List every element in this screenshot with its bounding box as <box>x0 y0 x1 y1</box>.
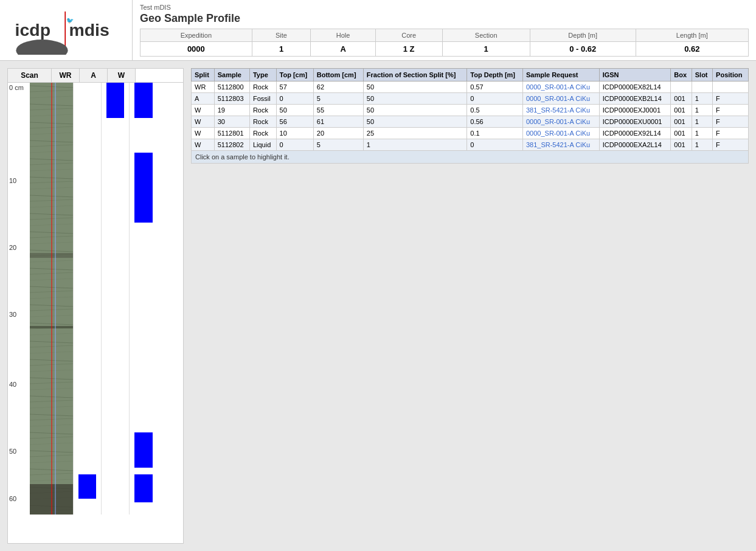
cell-samplereq[interactable]: 0000_SR-001-A CiKu <box>522 93 599 105</box>
cell-samplereq[interactable]: 0000_SR-001-A CiKu <box>522 128 599 139</box>
val-core: 1 Z <box>375 42 442 57</box>
cell-box <box>671 81 692 93</box>
cell-type: Rock <box>249 81 276 93</box>
core-image-column <box>30 83 74 515</box>
cell-sample: 19 <box>214 105 249 116</box>
wr-column <box>74 83 102 515</box>
col-header-core: Core <box>375 29 442 42</box>
depth-10: 10 <box>9 177 16 184</box>
th-type: Type <box>249 69 276 81</box>
val-hole: A <box>311 42 375 57</box>
cell-bottom: 20 <box>313 128 363 139</box>
cell-topdepth: 0.56 <box>467 116 523 128</box>
page-title: Geo Sample Profile <box>140 12 749 25</box>
cell-slot <box>692 81 712 93</box>
cell-sample: 5112800 <box>214 81 249 93</box>
core-body: 0 cm 10 20 30 40 50 60 <box>8 83 183 515</box>
cell-igsn: ICDP0000EXU0001 <box>599 116 671 128</box>
wr-bar <box>78 474 96 499</box>
cell-topdepth: 0.5 <box>467 105 523 116</box>
cell-slot: 1 <box>692 128 712 139</box>
hint-row: Click on a sample to highlight it. <box>192 151 749 164</box>
cell-bottom: 61 <box>313 116 363 128</box>
cell-sample: 5112803 <box>214 93 249 105</box>
cell-bottom: 5 <box>313 139 363 151</box>
cell-igsn: ICDP0000EX82L14 <box>599 81 671 93</box>
sample-table: Split Sample Type Top [cm] Bottom [cm] F… <box>191 68 749 164</box>
val-site: 1 <box>252 42 311 57</box>
cell-position: F <box>713 116 749 128</box>
cell-position: F <box>713 93 749 105</box>
th-top: Top [cm] <box>276 69 313 81</box>
w-bar-3 <box>134 432 153 468</box>
core-header: Scan WR A W <box>8 69 183 83</box>
cell-top: 50 <box>276 105 313 116</box>
table-row[interactable]: W19Rock5055500.5381_SR-5421-A CiKuICDP00… <box>192 105 749 116</box>
cell-position <box>713 81 749 93</box>
cell-samplereq[interactable]: 0000_SR-001-A CiKu <box>522 81 599 93</box>
cell-slot: 1 <box>692 116 712 128</box>
col-header-expedition: Expedition <box>140 29 252 42</box>
info-table: Expedition Site Hole Core Section Depth … <box>140 29 749 57</box>
cell-samplereq[interactable]: 381_SR-5421-A CiKu <box>522 105 599 116</box>
cell-top: 56 <box>276 116 313 128</box>
cell-sample: 5112802 <box>214 139 249 151</box>
cell-bottom: 5 <box>313 93 363 105</box>
svg-text:mdis: mdis <box>69 19 109 39</box>
depth-60: 60 <box>9 495 16 502</box>
th-samplereq: Sample Request <box>522 69 599 81</box>
cell-split: W <box>192 105 215 116</box>
cell-topdepth: 0 <box>467 93 523 105</box>
cell-split: W <box>192 128 215 139</box>
cell-samplereq[interactable]: 381_SR-5421-A CiKu <box>522 139 599 151</box>
table-row[interactable]: W30Rock5661500.560000_SR-001-A CiKuICDP0… <box>192 116 749 128</box>
cell-fraction: 25 <box>363 128 467 139</box>
cell-box: 001 <box>671 128 692 139</box>
cell-type: Liquid <box>249 139 276 151</box>
w-bar-2 <box>134 153 153 223</box>
cell-box: 001 <box>671 105 692 116</box>
cell-fraction: 50 <box>363 81 467 93</box>
col-w-header: W <box>108 69 136 82</box>
hint-text: Click on a sample to highlight it. <box>192 151 749 164</box>
val-expedition: 0000 <box>140 42 252 57</box>
cell-split: W <box>192 139 215 151</box>
title-area: Test mDIS Geo Sample Profile Expedition … <box>133 0 756 60</box>
th-fraction: Fraction of Section Split [%] <box>363 69 467 81</box>
cell-box: 001 <box>671 116 692 128</box>
w-bar-4 <box>134 474 153 502</box>
depth-0cm: 0 cm <box>9 84 24 91</box>
cell-topdepth: 0 <box>467 139 523 151</box>
cell-igsn: ICDP0000EXB2L14 <box>599 93 671 105</box>
table-row[interactable]: WR5112800Rock5762500.570000_SR-001-A CiK… <box>192 81 749 93</box>
cell-sample: 5112801 <box>214 128 249 139</box>
cell-position: F <box>713 128 749 139</box>
th-igsn: IGSN <box>599 69 671 81</box>
cell-igsn: ICDP0000EXJ0001 <box>599 105 671 116</box>
table-row[interactable]: W5112802Liquid0510381_SR-5421-A CiKuICDP… <box>192 139 749 151</box>
val-section: 1 <box>442 42 530 57</box>
app-name: Test mDIS <box>140 4 749 11</box>
cell-igsn: ICDP0000EXA2L14 <box>599 139 671 151</box>
cell-split: W <box>192 116 215 128</box>
val-depth: 0 - 0.62 <box>530 42 636 57</box>
table-row[interactable]: W5112801Rock1020250.10000_SR-001-A CiKuI… <box>192 128 749 139</box>
cell-fraction: 1 <box>363 139 467 151</box>
a-column <box>102 83 130 515</box>
cell-position: F <box>713 139 749 151</box>
cell-slot: 1 <box>692 105 712 116</box>
cell-samplereq[interactable]: 0000_SR-001-A CiKu <box>522 116 599 128</box>
table-row[interactable]: A5112803Fossil055000000_SR-001-A CiKuICD… <box>192 93 749 105</box>
th-position: Position <box>713 69 749 81</box>
col-header-hole: Hole <box>311 29 375 42</box>
col-header-depth: Depth [m] <box>530 29 636 42</box>
cell-type: Fossil <box>249 93 276 105</box>
col-header-section: Section <box>442 29 530 42</box>
depth-50: 50 <box>9 448 16 455</box>
svg-text:icdp: icdp <box>15 19 50 39</box>
logo-area: icdp 🐦 mdis <box>0 0 133 60</box>
cell-type: Rock <box>249 116 276 128</box>
core-panel: Scan WR A W 0 cm 10 20 30 40 50 60 <box>7 68 184 544</box>
cell-box: 001 <box>671 139 692 151</box>
col-a-header: A <box>80 69 108 82</box>
